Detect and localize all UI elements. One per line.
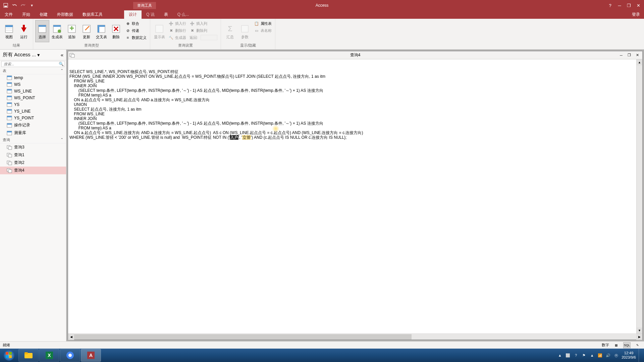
nav-table-item[interactable]: 操作记录 <box>0 121 66 129</box>
builder-button: 🔨生成器 <box>167 34 187 41</box>
params-button: 参数 <box>238 20 252 42</box>
tab-file[interactable]: 文件 <box>0 10 17 19</box>
svg-rect-8 <box>39 25 46 27</box>
data-def-button[interactable]: ≡数据定义 <box>124 34 148 41</box>
doc-restore-icon[interactable]: ❐ <box>626 52 633 58</box>
passthrough-button[interactable]: ⊘传递 <box>124 27 148 34</box>
close-icon[interactable]: ✕ <box>634 2 643 9</box>
nav-table-item[interactable]: YS_POINT <box>0 115 66 121</box>
nav-query-item[interactable]: 查询1 <box>0 151 66 159</box>
svg-rect-49 <box>6 352 8 355</box>
minimize-icon[interactable]: ─ <box>615 2 624 9</box>
taskbar-access[interactable]: A <box>81 349 101 362</box>
help-icon[interactable]: ? <box>606 2 614 9</box>
tray-network-icon[interactable]: 📶 <box>597 353 603 358</box>
start-button[interactable] <box>0 349 18 362</box>
tray-flag-icon[interactable]: ⚑ <box>581 353 587 358</box>
nav-table-item[interactable]: WS <box>0 81 66 88</box>
run-button[interactable]: 运行 <box>17 20 31 42</box>
select-query-button[interactable]: 选择 <box>35 20 49 42</box>
nav-table-item[interactable]: temp <box>0 74 66 81</box>
tray-action-icon[interactable]: ⬜ <box>565 353 571 358</box>
ribbon: 视图 运行 结果 选择 生成表 追加 更新 交叉表 删除 ⊕联合 ⊘传递 ≡数据… <box>0 19 644 50</box>
scroll-right-icon[interactable]: ▶ <box>636 334 642 340</box>
taskbar-excel[interactable]: X <box>39 349 59 362</box>
delete-query-button[interactable]: 删除 <box>109 20 123 42</box>
login-link[interactable]: 登录 <box>628 10 644 19</box>
svg-rect-1 <box>4 6 7 7</box>
nav-table-item[interactable]: YS <box>0 101 66 108</box>
hscroll-thumb[interactable] <box>74 334 412 340</box>
tray-ime-icon[interactable]: ㊥ <box>613 353 619 358</box>
union-button[interactable]: ⊕联合 <box>124 20 148 27</box>
view-datasheet-icon[interactable]: ▦ <box>612 342 620 348</box>
tray-shield-icon[interactable]: ▲ <box>589 353 595 358</box>
tray-help-icon[interactable]: ? <box>573 353 579 358</box>
delete-row-button: ✖删除行 <box>167 27 187 34</box>
delete-col-button: ✖删除列 <box>188 27 219 34</box>
hscroll-track[interactable] <box>74 334 636 340</box>
tab-tell2[interactable]: Q 么... <box>173 10 194 19</box>
nav-query-item[interactable]: 查询2 <box>0 159 66 167</box>
view-sql-icon[interactable]: SQL <box>623 342 631 348</box>
undo-icon[interactable] <box>11 2 17 8</box>
taskbar: X A ▲ ⬜ ? ⚑ ▲ 📶 🔊 ㊥ 12:49 2023/9/6 <box>0 349 644 362</box>
save-icon[interactable] <box>3 2 9 8</box>
svg-rect-16 <box>98 25 99 33</box>
update-button[interactable]: 更新 <box>79 20 94 42</box>
scroll-left-icon[interactable]: ◀ <box>68 334 74 340</box>
search-input[interactable] <box>2 61 58 67</box>
sql-editor[interactable]: SELECT WS_LINE.*, WS_POINT.物探点号, WS_POIN… <box>68 59 642 334</box>
scroll-up-icon[interactable]: ▲ <box>637 59 642 65</box>
tab-dbtools[interactable]: 数据库工具 <box>78 10 107 19</box>
nav-section-tables[interactable]: 表⌃ <box>0 68 66 74</box>
collapse-icon[interactable]: « <box>61 52 63 58</box>
view-design-icon[interactable]: ✎ <box>634 342 641 348</box>
nav-section-queries[interactable]: 查询⌃ <box>0 137 66 143</box>
redo-icon[interactable] <box>20 2 26 8</box>
document-title: 查询4 <box>350 52 361 58</box>
nav-table-item[interactable]: 测量库 <box>0 129 66 137</box>
tab-create[interactable]: 创建 <box>35 10 52 19</box>
search-icon[interactable]: 🔍 <box>58 61 64 67</box>
tab-external[interactable]: 外部数据 <box>52 10 78 19</box>
tab-table[interactable]: 表 <box>159 10 173 19</box>
vscroll-track[interactable] <box>637 65 642 327</box>
status-numlock: 数字 <box>602 343 609 348</box>
tab-home[interactable]: 开始 <box>17 10 35 19</box>
doc-minimize-icon[interactable]: ─ <box>618 52 625 58</box>
scroll-down-icon[interactable]: ▼ <box>637 327 642 334</box>
nav-header[interactable]: 所有 Access ... ▾ « <box>0 50 66 60</box>
make-table-button[interactable]: 生成表 <box>50 20 64 42</box>
svg-rect-21 <box>7 76 12 77</box>
nav-query-item[interactable]: 查询3 <box>0 143 66 151</box>
doc-close-icon[interactable]: ✕ <box>634 52 641 58</box>
crosstab-button[interactable]: 交叉表 <box>94 20 108 42</box>
status-ready: 就绪 <box>3 343 10 348</box>
svg-rect-52 <box>9 355 12 358</box>
vertical-scrollbar[interactable]: ▲ ▼ <box>636 59 642 334</box>
tray-up-icon[interactable]: ▲ <box>557 353 562 358</box>
svg-rect-37 <box>7 131 12 132</box>
tab-tell1[interactable]: Q 说 <box>142 10 159 19</box>
horizontal-scrollbar[interactable]: ◀ ▶ <box>68 334 642 340</box>
show-desktop[interactable] <box>639 349 642 362</box>
query-icon <box>68 53 76 58</box>
group-results-label: 结果 <box>2 43 31 49</box>
restore-icon[interactable]: ❐ <box>625 2 633 9</box>
tab-design[interactable]: 设计 <box>124 10 142 19</box>
nav-query-item[interactable]: 查询4 <box>0 167 66 174</box>
taskbar-browser[interactable] <box>60 349 80 362</box>
nav-table-item[interactable]: YS_LINE <box>0 108 66 115</box>
taskbar-explorer[interactable] <box>18 349 39 362</box>
property-sheet-button[interactable]: 📋属性表 <box>253 20 273 27</box>
taskbar-clock[interactable]: 12:49 2023/9/6 <box>622 351 636 360</box>
svg-rect-23 <box>7 82 12 84</box>
tray-volume-icon[interactable]: 🔊 <box>605 353 611 358</box>
append-button[interactable]: 追加 <box>65 20 79 42</box>
qat-dropdown-icon[interactable]: ▾ <box>29 2 35 8</box>
nav-table-item[interactable]: WS_LINE <box>0 88 66 95</box>
nav-table-item[interactable]: WS_POINT <box>0 95 66 101</box>
view-button[interactable]: 视图 <box>2 20 16 42</box>
app-title: Access <box>316 3 329 8</box>
